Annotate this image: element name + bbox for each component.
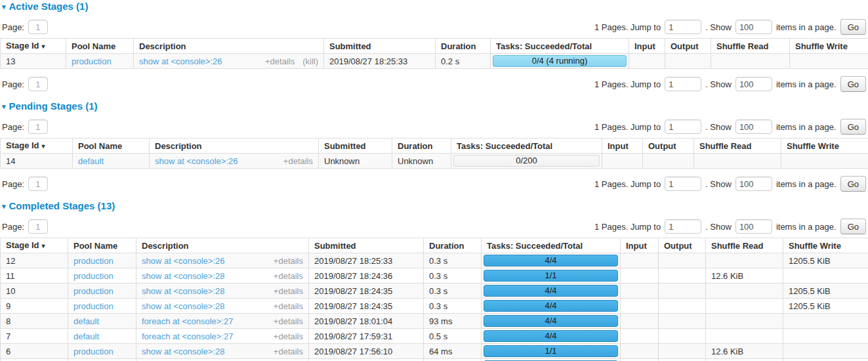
page-number-input[interactable] <box>28 119 48 134</box>
page-number-input[interactable] <box>28 77 48 91</box>
pagination-bar: Page: 1 Pages. Jump to . Show items in a… <box>2 76 866 92</box>
tasks-cell: 4/4 <box>482 314 621 329</box>
section-heading-pending-stages[interactable]: ▾ Pending Stages (1) <box>2 101 868 112</box>
col-header-stage-id[interactable]: Stage Id▾ <box>1 238 68 253</box>
description-cell: show at <console>:28+details <box>136 284 309 299</box>
section-heading-completed-stages[interactable]: ▾ Completed Stages (13) <box>2 201 868 211</box>
page-indicator: Page: <box>2 77 48 91</box>
details-link[interactable]: +details <box>274 256 303 266</box>
col-header-stage-id[interactable]: Stage Id▾ <box>1 39 66 54</box>
col-header-pool-name[interactable]: Pool Name <box>68 238 136 253</box>
shuffle-read-cell <box>706 299 783 314</box>
show-items-input[interactable] <box>735 119 772 134</box>
col-header-output[interactable]: Output <box>643 138 694 154</box>
duration-cell: 0.2 s <box>424 359 482 361</box>
col-header-output[interactable]: Output <box>665 39 711 54</box>
col-header-duration[interactable]: Duration <box>436 39 491 54</box>
col-header-duration[interactable]: Duration <box>392 138 451 154</box>
col-header-input[interactable]: Input <box>602 138 643 154</box>
go-button[interactable]: Go <box>840 19 866 35</box>
tasks-cell: 1/1 <box>482 268 621 284</box>
description-link[interactable]: show at <console>:26 <box>139 56 265 66</box>
col-header-shuffle-write[interactable]: Shuffle Write <box>783 238 868 253</box>
pool-link[interactable]: production <box>73 256 114 266</box>
col-header-submitted[interactable]: Submitted <box>309 238 424 253</box>
description-link[interactable]: show at <console>:26 <box>155 156 283 166</box>
details-link[interactable]: +details <box>274 271 303 281</box>
description-link[interactable]: show at <console>:26 <box>142 256 274 266</box>
col-header-description[interactable]: Description <box>150 138 319 154</box>
col-header-tasks[interactable]: Tasks: Succeeded/Total <box>482 238 621 253</box>
description-link[interactable]: show at <console>:28 <box>142 347 274 356</box>
col-header-output[interactable]: Output <box>659 238 706 253</box>
details-link[interactable]: +details <box>274 301 303 311</box>
details-link[interactable]: +details <box>274 331 303 341</box>
pool-link[interactable]: production <box>73 347 114 356</box>
col-header-submitted[interactable]: Submitted <box>324 39 436 54</box>
col-header-description[interactable]: Description <box>134 39 324 54</box>
go-button[interactable]: Go <box>840 176 866 192</box>
show-text: . Show <box>705 222 732 232</box>
pool-link[interactable]: default <box>73 316 99 326</box>
submitted-cell: 2019/08/27 18:25:33 <box>324 54 436 69</box>
col-header-shuffle-read[interactable]: Shuffle Read <box>694 138 781 154</box>
pool-link[interactable]: production <box>72 56 112 66</box>
col-header-shuffle-read[interactable]: Shuffle Read <box>706 238 783 253</box>
go-button[interactable]: Go <box>840 219 866 234</box>
jump-to-input[interactable] <box>665 219 701 234</box>
show-items-input[interactable] <box>735 77 772 91</box>
col-header-shuffle-read[interactable]: Shuffle Read <box>711 39 790 54</box>
pool-cell: default <box>73 154 150 169</box>
page-number-input[interactable] <box>28 219 48 234</box>
description-link[interactable]: foreach at <console>:27 <box>142 331 274 341</box>
jump-to-input[interactable] <box>665 119 701 134</box>
go-button[interactable]: Go <box>840 119 866 135</box>
section-heading-active-stages[interactable]: ▾ Active Stages (1) <box>2 1 868 12</box>
col-header-pool-name[interactable]: Pool Name <box>73 138 150 154</box>
pool-link[interactable]: production <box>73 301 114 311</box>
details-link[interactable]: +details <box>283 156 313 166</box>
jump-to-input[interactable] <box>665 77 701 91</box>
col-header-description[interactable]: Description <box>136 238 309 253</box>
details-link[interactable]: +details <box>274 286 303 296</box>
col-header-shuffle-write[interactable]: Shuffle Write <box>781 138 868 154</box>
col-header-tasks[interactable]: Tasks: Succeeded/Total <box>491 39 629 54</box>
description-link[interactable]: show at <console>:28 <box>142 301 274 311</box>
details-link[interactable]: +details <box>274 347 303 356</box>
submitted-cell: 2019/08/27 18:25:33 <box>309 253 424 268</box>
page-number-input[interactable] <box>28 20 48 34</box>
output-cell <box>659 329 706 344</box>
sort-arrow-icon: ▾ <box>42 242 45 249</box>
col-header-submitted[interactable]: Submitted <box>319 138 392 154</box>
show-items-input[interactable] <box>735 219 772 234</box>
col-header-shuffle-write[interactable]: Shuffle Write <box>790 39 868 54</box>
details-link[interactable]: +details <box>274 316 303 326</box>
col-header-pool-name[interactable]: Pool Name <box>66 39 134 54</box>
pool-link[interactable]: production <box>73 271 114 281</box>
col-header-input[interactable]: Input <box>629 39 665 54</box>
description-link[interactable]: show at <console>:28 <box>142 286 274 296</box>
details-link[interactable]: +details <box>265 56 295 66</box>
duration-cell: 0.3 s <box>424 284 482 299</box>
jump-to-input[interactable] <box>665 177 701 191</box>
description-link[interactable]: foreach at <console>:27 <box>142 316 274 326</box>
show-items-input[interactable] <box>735 20 772 34</box>
col-header-duration[interactable]: Duration <box>424 238 482 253</box>
input-cell <box>621 329 659 344</box>
go-button[interactable]: Go <box>840 76 866 92</box>
pool-link[interactable]: default <box>78 156 104 166</box>
pool-link[interactable]: default <box>73 331 99 341</box>
show-items-input[interactable] <box>735 177 772 191</box>
kill-link[interactable]: (kill) <box>302 56 318 66</box>
progress-label: 0/200 <box>453 155 600 167</box>
pool-link[interactable]: production <box>73 286 114 296</box>
col-header-stage-id[interactable]: Stage Id▾ <box>1 138 73 154</box>
page-number-input[interactable] <box>28 177 48 191</box>
col-header-input[interactable]: Input <box>621 238 659 253</box>
jump-to-input[interactable] <box>665 20 701 34</box>
col-header-tasks[interactable]: Tasks: Succeeded/Total <box>451 138 602 154</box>
description-wrap: show at <console>:28+details <box>142 301 303 311</box>
description-link[interactable]: show at <console>:28 <box>142 271 274 281</box>
tasks-progress-bar: 0/200 <box>453 155 600 167</box>
shuffle-write-cell <box>783 344 868 359</box>
